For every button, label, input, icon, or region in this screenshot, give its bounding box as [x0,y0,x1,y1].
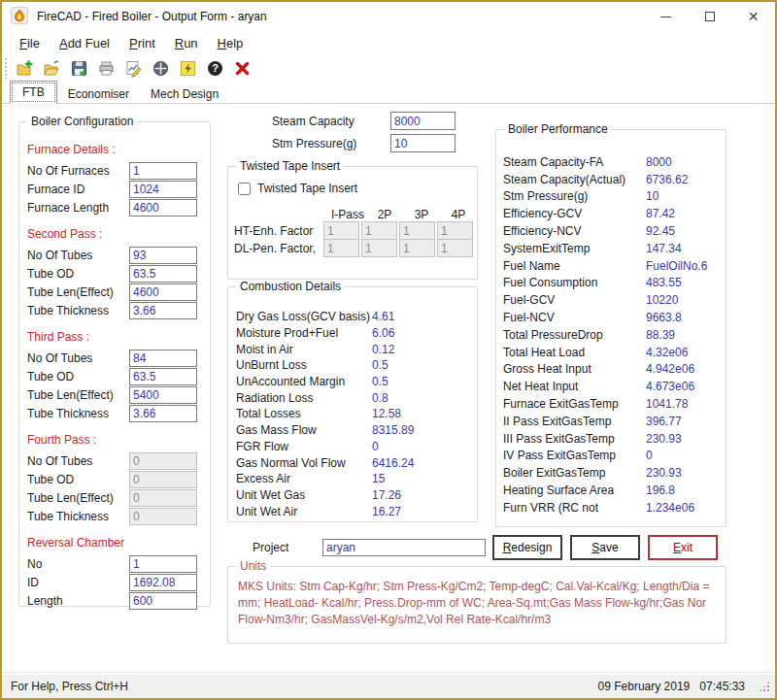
exit-button[interactable]: Exit [648,535,718,560]
third-pass-tube-len-input[interactable] [129,386,197,404]
second-pass-tubes-input[interactable] [129,247,197,264]
field-label: No [27,557,129,571]
menu-print[interactable]: Print [119,33,165,53]
config-row: Length [19,591,210,610]
field-label: Total PressureDrop [503,328,646,342]
tab-ftb[interactable]: FTB [10,81,57,104]
project-name-input[interactable] [322,539,486,556]
field-value: 483.55 [646,276,682,289]
second-pass-heading: Second Pass : [19,227,210,241]
combustion-row: Dry Gas Loss(GCV basis)4.61 [228,309,477,325]
third-pass-tubes-input[interactable] [129,350,197,367]
field-label: No Of Tubes [27,351,129,365]
group-title: Boiler Configuration [27,115,137,128]
reversal-length-input[interactable] [129,592,197,610]
field-label: Efficiency-NCV [503,224,646,238]
fourth-pass-tube-od-input [129,471,197,488]
print-icon[interactable] [95,57,117,79]
open-file-icon[interactable] [41,57,62,79]
config-row: Furnace ID [19,180,210,198]
tab-mech-design[interactable]: Mech Design [140,83,229,104]
field-value: 87.42 [646,207,675,220]
field-label: Stm Pressure(g) [272,137,390,150]
field-label: Furnace ID [27,183,129,196]
field-value: 1041.78 [646,397,688,411]
field-label: Total Losses [236,407,372,420]
field-label: IV Pass ExitGasTemp [503,449,646,462]
combustion-row: Gas Normal Vol Flow6416.24 [228,454,477,471]
ht-enh-1pass-input [323,221,359,240]
field-label: II Pass ExitGasTemp [503,415,646,428]
performance-row: IV Pass ExitGasTemp0 [496,448,726,465]
field-label: Tube Thickness [27,510,129,523]
twisted-tape-checkbox-row: Twisted Tape Insert [228,180,477,197]
pass-column-headers: I-Pass 2P 3P 4P [329,208,477,221]
save-button[interactable]: Save [570,535,640,560]
field-value: 10220 [646,293,678,307]
field-label: Tube OD [27,267,129,281]
app-flame-icon [11,7,28,27]
tab-economiser[interactable]: Economiser [57,83,140,104]
redesign-button[interactable]: Redesign [492,535,562,560]
combustion-row: UnAccounted Margin0.5 [228,374,477,390]
field-label: UnBurnt Loss [236,358,372,372]
twisted-tape-checkbox[interactable] [238,183,251,195]
no-of-furnaces-input[interactable] [129,162,197,180]
chart-edit-icon[interactable] [122,57,144,79]
stm-pressure-input[interactable] [390,134,456,152]
second-pass-tube-thickness-input[interactable] [129,302,197,319]
menu-help[interactable]: Help [208,33,253,53]
menu-file[interactable]: File [10,33,50,53]
second-pass-tube-len-input[interactable] [129,283,197,301]
status-bar: For Help, Press Ctrl+H 09 February 2019 … [2,675,775,698]
combustion-row: UnBurnt Loss0.5 [228,357,477,374]
field-value: 6416.24 [372,456,414,470]
reversal-id-input[interactable] [129,574,197,591]
field-value: 230.93 [646,432,682,446]
ht-enh-4p-input [437,221,473,240]
flash-icon[interactable] [177,57,198,79]
capacity-block: Steam Capacity Stm Pressure(g) [227,112,456,156]
help-icon[interactable]: ? [204,57,225,79]
resize-grip-icon[interactable] [759,681,770,692]
field-value: FuelOilNo.6 [646,259,707,273]
ht-enh-2p-input [361,221,397,240]
column-header: 4P [440,208,477,221]
maximize-button[interactable] [688,2,731,31]
steam-capacity-input[interactable] [390,112,456,130]
reversal-no-input[interactable] [129,555,197,573]
menu-run[interactable]: Run [165,33,208,53]
third-pass-tube-thickness-input[interactable] [129,405,197,422]
menu-add-fuel[interactable]: Add Fuel [50,33,119,53]
save-icon[interactable] [68,57,89,79]
third-pass-tube-od-input[interactable] [129,368,197,385]
close-button[interactable]: ✕ [731,2,775,31]
menu-bar: File Add Fuel Print Run Help [2,31,775,54]
status-help-text: For Help, Press Ctrl+H [11,680,128,693]
config-row: Tube Thickness [19,301,210,319]
field-value: 4.32e06 [646,346,688,359]
field-label: Radiation Loss [236,391,372,405]
svg-text:?: ? [212,62,219,74]
performance-row: Total Heat Load4.32e06 [496,344,726,361]
boiler-configuration-group: Boiler Configuration Furnace Details : N… [18,121,211,607]
field-value: 6.06 [372,326,394,340]
maximize-icon [705,12,715,21]
combustion-row: Radiation Loss0.8 [228,389,477,406]
field-label: Unit Wet Gas [236,488,372,502]
toolbar: ? [2,54,775,82]
minimize-button[interactable] [644,2,688,31]
config-row: Tube Len(Effect) [19,385,210,404]
combustion-row: Excess Air15 [228,471,477,487]
compass-icon[interactable] [150,57,171,79]
fourth-pass-heading: Fourth Pass : [19,433,210,447]
field-value: 0.8 [372,391,388,405]
second-pass-tube-od-input[interactable] [129,265,197,283]
field-value: 8000 [646,155,672,169]
furnace-length-input[interactable] [129,199,197,217]
furnace-id-input[interactable] [129,181,197,198]
field-label: Unit Wet Air [236,505,372,518]
new-file-icon[interactable] [14,57,35,79]
exit-icon[interactable] [231,57,253,79]
ht-enh-3p-input [399,221,435,240]
